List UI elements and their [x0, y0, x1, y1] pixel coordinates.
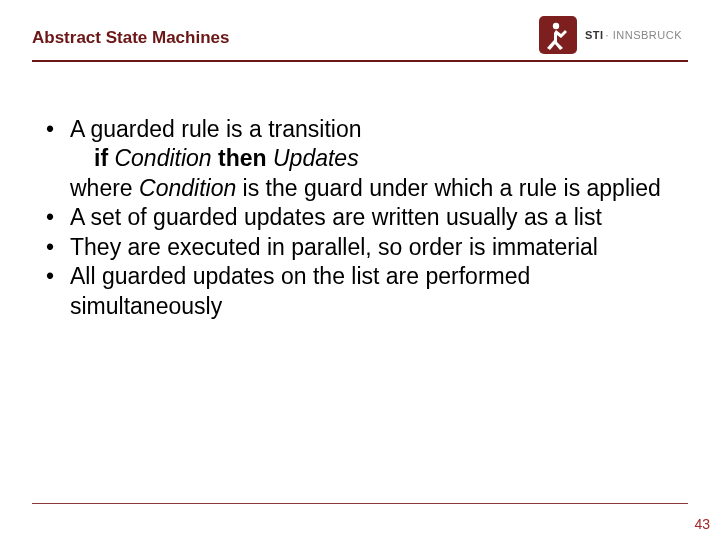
svg-point-0 [553, 23, 559, 29]
logo-subbrand: · INNSBRUCK [606, 29, 682, 41]
bullet-dot-icon [46, 203, 70, 232]
logo: STI· INNSBRUCK [539, 16, 682, 54]
kw-then: then [218, 145, 267, 171]
kw-if: if [94, 145, 108, 171]
bullet-text: All guarded updates on the list are perf… [70, 262, 680, 321]
term-updates: Updates [267, 145, 359, 171]
bullet-dot-icon [46, 262, 70, 321]
logo-brand: STI [585, 29, 604, 41]
logo-mark-icon [539, 16, 577, 54]
bullet-subline: where Condition is the guard under which… [46, 174, 680, 203]
slide: Abstract State Machines STI· INNSBRUCK A… [0, 0, 720, 540]
logo-text: STI· INNSBRUCK [585, 29, 682, 41]
text: is the guard under which a rule is appli… [236, 175, 660, 201]
bullet-dot-icon [46, 115, 70, 144]
bullet-item: A set of guarded updates are written usu… [46, 203, 680, 232]
page-number: 43 [694, 516, 710, 532]
bullet-item: A guarded rule is a transition [46, 115, 680, 144]
bullet-subline: if Condition then Updates [46, 144, 680, 173]
bullet-dot-icon [46, 233, 70, 262]
term-condition: Condition [139, 175, 236, 201]
divider-bottom [32, 503, 688, 504]
bullet-text: They are executed in parallel, so order … [70, 233, 680, 262]
bullet-text: A set of guarded updates are written usu… [70, 203, 680, 232]
content: A guarded rule is a transition if Condit… [46, 115, 680, 321]
term-condition: Condition [108, 145, 218, 171]
text: where [70, 175, 139, 201]
bullet-text: A guarded rule is a transition [70, 115, 680, 144]
divider-top [32, 60, 688, 62]
bullet-item: All guarded updates on the list are perf… [46, 262, 680, 321]
bullet-item: They are executed in parallel, so order … [46, 233, 680, 262]
